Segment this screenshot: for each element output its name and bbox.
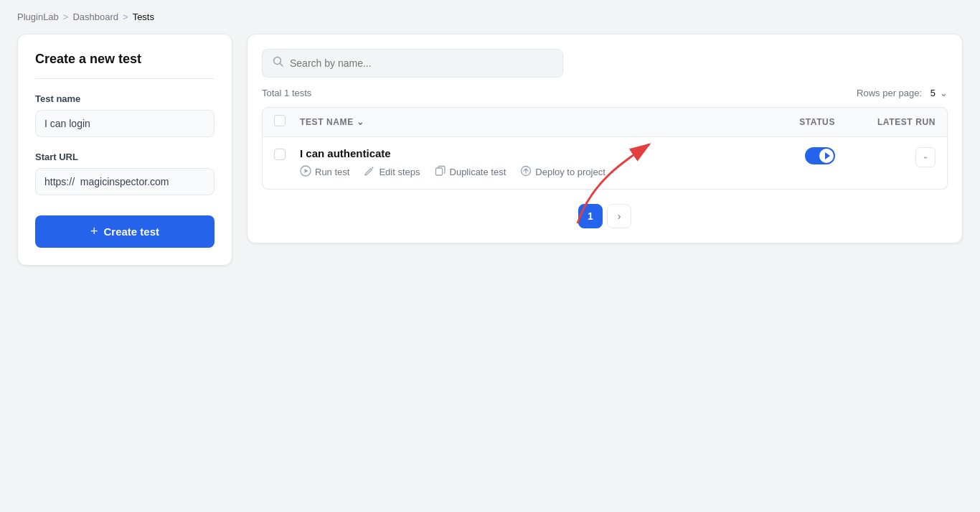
- deploy-to-project-label: Deploy to project: [535, 167, 606, 177]
- breadcrumb-item-dashboard[interactable]: Dashboard: [72, 11, 118, 22]
- test-name-label: Test name: [35, 93, 215, 104]
- rows-per-page-label: Rows per page:: [857, 88, 922, 98]
- duplicate-test-label: Duplicate test: [450, 167, 507, 177]
- sort-icon: ⌄: [357, 117, 364, 127]
- breadcrumb-item-tests: Tests: [133, 11, 154, 22]
- row-status-col: [749, 147, 835, 164]
- play-icon: [300, 165, 311, 179]
- breadcrumb-item-pluginlab[interactable]: PluginLab: [17, 11, 59, 22]
- rows-per-page[interactable]: Rows per page: 5 ⌄: [857, 88, 948, 98]
- header-status-col: STATUS: [749, 117, 835, 127]
- breadcrumb: PluginLab > Dashboard > Tests: [0, 0, 980, 34]
- row-checkbox-col: [274, 147, 300, 163]
- edit-icon: [364, 165, 375, 179]
- svg-rect-3: [435, 168, 442, 175]
- plus-icon: +: [90, 224, 98, 239]
- run-test-label: Run test: [315, 167, 349, 177]
- table-row: I can authenticate Run test: [262, 137, 948, 190]
- duplicate-icon: [435, 165, 446, 179]
- breadcrumb-sep-1: >: [63, 11, 69, 22]
- start-url-label: Start URL: [35, 152, 215, 162]
- play-triangle-icon: [825, 152, 830, 159]
- next-page-button[interactable]: ›: [607, 204, 631, 228]
- header-checkbox-col: [274, 115, 300, 129]
- edit-steps-button[interactable]: Edit steps: [364, 165, 420, 179]
- status-toggle[interactable]: [805, 147, 835, 164]
- create-test-label: Create test: [103, 225, 159, 238]
- select-all-checkbox[interactable]: [274, 115, 286, 126]
- deploy-to-project-button[interactable]: Deploy to project: [520, 165, 606, 179]
- header-latest-col: LATEST RUN: [835, 117, 936, 127]
- row-actions: Run test Edit steps: [300, 165, 749, 179]
- col-name-label: TEST NAME: [300, 117, 354, 127]
- duplicate-test-button[interactable]: Duplicate test: [435, 165, 507, 179]
- rows-per-page-value: 5: [930, 88, 936, 98]
- create-test-button[interactable]: + Create test: [35, 215, 215, 248]
- panel-title: Create a new test: [35, 52, 215, 79]
- start-url-input[interactable]: [35, 168, 215, 195]
- chevron-down-icon: ⌄: [940, 88, 948, 98]
- latest-run-dash-button[interactable]: -: [915, 147, 936, 167]
- page-1-button[interactable]: 1: [578, 204, 603, 228]
- run-test-button[interactable]: Run test: [300, 165, 349, 179]
- header-name-col[interactable]: TEST NAME ⌄: [300, 117, 749, 127]
- svg-marker-2: [305, 169, 308, 173]
- table-header: TEST NAME ⌄ STATUS LATEST RUN: [262, 107, 948, 137]
- row-content: I can authenticate Run test: [300, 147, 749, 179]
- search-icon: [273, 56, 284, 70]
- search-bar: [262, 49, 563, 78]
- table-meta: Total 1 tests Rows per page: 5 ⌄: [262, 88, 948, 98]
- breadcrumb-sep-2: >: [123, 11, 128, 22]
- total-tests: Total 1 tests: [262, 88, 311, 98]
- pagination: 1 ›: [262, 204, 948, 228]
- test-name-input[interactable]: [35, 110, 215, 137]
- toggle-knob: [819, 149, 834, 163]
- edit-steps-label: Edit steps: [379, 167, 420, 177]
- deploy-icon: [520, 165, 532, 179]
- row-checkbox[interactable]: [274, 149, 286, 160]
- test-name-cell: I can authenticate: [300, 147, 749, 159]
- tests-list-panel: Total 1 tests Rows per page: 5 ⌄ TEST NA…: [247, 34, 963, 243]
- row-latest-col: -: [835, 147, 936, 167]
- search-input[interactable]: [290, 57, 552, 69]
- create-test-panel: Create a new test Test name Start URL + …: [17, 34, 232, 266]
